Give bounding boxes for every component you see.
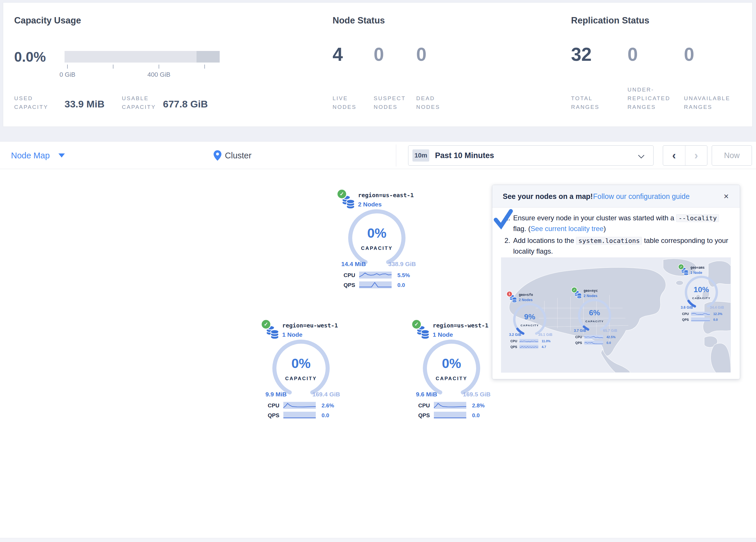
total-capacity-value: 338.9 GiB	[388, 260, 416, 267]
locality-tree-link[interactable]: See current locality tree	[531, 225, 603, 232]
node-count-link[interactable]: 2 Nodes	[358, 201, 382, 208]
summary-bar: Capacity Usage 0.0% 0 GiB 400 GiB USED C…	[3, 2, 753, 127]
time-range-badge: 10m	[412, 149, 429, 161]
capacity-percent-value: 0%	[421, 356, 482, 371]
map-config-popup: See your nodes on a map! Follow our conf…	[492, 185, 740, 379]
node-count-link[interactable]: 1 Node	[433, 331, 453, 338]
capacity-percent-value: 9%	[512, 312, 547, 321]
node-count-link[interactable]: 2 Nodes	[584, 294, 597, 298]
chevron-down-icon	[638, 152, 644, 158]
node-count-link[interactable]: 2 Nodes	[519, 298, 533, 302]
live-nodes-count: 4	[333, 44, 343, 65]
node-count-link[interactable]: 1 Node	[691, 271, 702, 275]
time-next-button[interactable]: ›	[685, 146, 707, 165]
sparkline-chart	[359, 272, 392, 279]
qps-label: QPS	[575, 341, 582, 345]
cpu-value: 2.6%	[322, 403, 334, 409]
locality-label: geo=ams	[691, 265, 705, 269]
view-selector-label: Node Map	[11, 151, 50, 160]
capacity-bar	[65, 51, 220, 63]
capacity-percent-value: 10%	[684, 285, 719, 294]
qps-value: 0.0	[713, 318, 718, 322]
healthy-badge: ✓	[261, 319, 271, 330]
used-capacity-value: 9.9 MiB	[265, 391, 287, 398]
axis-tick	[204, 65, 205, 69]
unavailable-label: UNAVAILABLE RANGES	[684, 94, 730, 111]
sparkline-chart	[520, 345, 538, 349]
sparkline-chart	[359, 282, 392, 289]
toolbar: Node Map Cluster 10m Past 10 Minutes ‹ ›…	[0, 141, 756, 169]
qps-value: 0.0	[606, 341, 611, 345]
locality-label: region=us-east-1	[358, 192, 414, 198]
node-status-widget[interactable]: ✓geo=nyc2 Nodes6%CAPACITY3.7 GiB65.7 GiB…	[572, 287, 617, 346]
sparkline-chart	[520, 339, 538, 343]
qps-label: QPS	[268, 412, 279, 419]
config-step-2: 2.Add locations to the system.locations …	[504, 235, 731, 256]
breadcrumb[interactable]: Cluster	[214, 141, 252, 169]
time-range-label: Past 10 Minutes	[435, 146, 494, 165]
live-nodes-label: LIVE NODES	[333, 94, 357, 111]
sparkline-chart	[584, 341, 603, 345]
under-replicated-label: UNDER- REPLICATED RANGES	[627, 85, 670, 111]
node-status-widget[interactable]: ✓region=eu-west-11 Node0%CAPACITY9.9 MiB…	[262, 319, 340, 420]
code-snippet: system.locations	[576, 237, 642, 245]
config-step-1: 1.Ensure every node in your cluster was …	[504, 213, 731, 234]
time-range-selector[interactable]: 10m Past 10 Minutes	[408, 145, 654, 166]
popup-header: See your nodes on a map! Follow our conf…	[492, 185, 740, 207]
healthy-badge: ✓	[678, 264, 684, 270]
view-selector-dropdown[interactable]: Node Map	[11, 141, 65, 169]
map-pin-icon	[214, 150, 221, 161]
unavailable-count: 0	[684, 44, 694, 65]
total-capacity-value: 169.4 GiB	[312, 391, 340, 398]
node-status-widget[interactable]: ✓region=us-west-11 Node0%CAPACITY9.6 MiB…	[412, 319, 491, 420]
capacity-caption: CAPACITY	[684, 297, 719, 300]
node-status-widget[interactable]: 1geo=sfo2 Nodes9%CAPACITY3.2 GiB35.1 GiB…	[507, 291, 553, 350]
usable-capacity-value: 677.8 GiB	[163, 98, 208, 110]
axis-tick-label: 400 GiB	[142, 71, 176, 78]
cpu-label: CPU	[344, 272, 355, 279]
breadcrumb-label: Cluster	[225, 151, 252, 160]
node-status-widget[interactable]: ✓geo=ams1 Node10%CAPACITY3.6 GiB34.4 GiB…	[679, 264, 724, 323]
axis-tick-label: 0 GiB	[50, 71, 85, 78]
suspect-nodes-count: 0	[374, 44, 384, 65]
time-nav-group: ‹ ›	[663, 145, 707, 166]
total-ranges-count: 32	[571, 44, 592, 65]
healthy-badge: ✓	[411, 319, 422, 330]
qps-label: QPS	[418, 412, 430, 419]
axis-tick	[113, 65, 113, 69]
sparkline-chart	[283, 402, 316, 409]
suspect-nodes-label: SUSPECT NODES	[374, 94, 406, 111]
qps-label: QPS	[682, 318, 689, 322]
cpu-value: 11.0%	[542, 339, 551, 343]
cpu-value: 2.8%	[472, 403, 485, 409]
cpu-value: 12.3%	[713, 312, 722, 316]
node-status-widget[interactable]: ✓region=us-east-12 Nodes0%CAPACITY14.4 M…	[338, 189, 416, 290]
capacity-bar-reserved-segment	[197, 51, 220, 63]
time-prev-button[interactable]: ‹	[663, 146, 685, 165]
healthy-badge: ✓	[571, 287, 577, 293]
configuration-guide-link[interactable]: Follow our configuration guide	[593, 185, 690, 207]
qps-value: 0.0	[397, 282, 405, 289]
world-map-preview: 1geo=sfo2 Nodes9%CAPACITY3.2 GiB35.1 GiB…	[501, 257, 731, 373]
now-button[interactable]: Now	[712, 145, 752, 166]
cpu-label: CPU	[511, 339, 517, 343]
total-capacity-value: 65.7 GiB	[603, 329, 617, 333]
axis-tick	[67, 65, 68, 69]
sparkline-chart	[434, 402, 466, 409]
close-icon[interactable]: ×	[721, 191, 732, 202]
sparkline-chart	[283, 412, 316, 419]
capacity-caption: CAPACITY	[271, 376, 331, 382]
used-capacity-label: USED CAPACITY	[14, 94, 48, 111]
replication-status-title: Replication Status	[571, 15, 649, 26]
cpu-label: CPU	[575, 335, 582, 339]
capacity-percent-value: 6%	[577, 308, 612, 317]
node-count-link[interactable]: 1 Node	[282, 331, 302, 338]
capacity-caption: CAPACITY	[421, 376, 482, 382]
sparkline-chart	[434, 412, 466, 419]
capacity-caption: CAPACITY	[577, 320, 612, 324]
sparkline-chart	[584, 335, 603, 339]
dead-nodes-count: 0	[416, 44, 427, 65]
step-text: Add locations to the	[513, 236, 576, 244]
cpu-label: CPU	[682, 312, 689, 316]
used-capacity-value: 3.6 GiB	[681, 306, 693, 310]
